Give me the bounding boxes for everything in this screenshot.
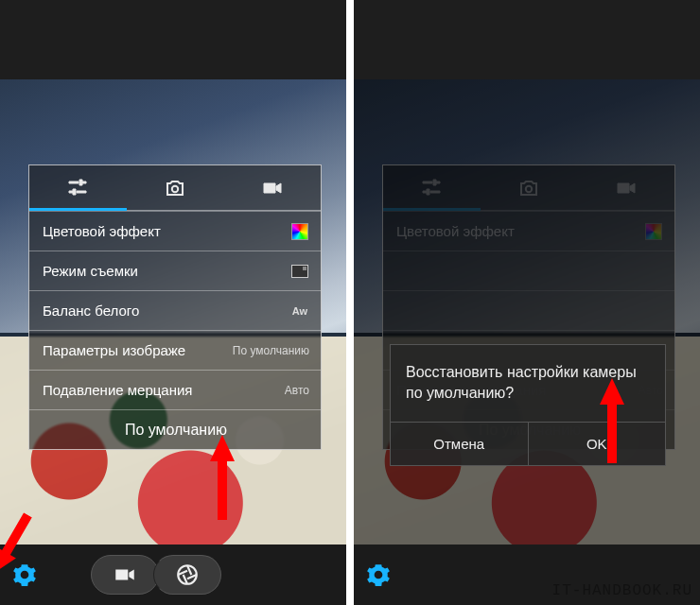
- gear-icon: [12, 562, 37, 587]
- tab-adjust[interactable]: [383, 165, 481, 211]
- settings-row-white-balance[interactable]: Баланс белого Aw: [29, 290, 321, 330]
- settings-row-placeholder: [383, 290, 674, 330]
- status-bar: [0, 0, 346, 79]
- camera-viewfinder: Цветовой эффект Подавление мерцания Авто…: [354, 79, 700, 544]
- svg-point-2: [526, 185, 532, 191]
- sliders-icon: [418, 176, 445, 199]
- camera-icon: [516, 177, 542, 199]
- settings-tabs: [29, 165, 321, 211]
- gear-icon: [366, 562, 391, 587]
- screenshot-right: Цветовой эффект Подавление мерцания Авто…: [354, 0, 700, 605]
- video-mode-button[interactable]: [91, 555, 159, 595]
- row-label: Режим съемки: [43, 263, 138, 279]
- shutter-button[interactable]: [153, 555, 221, 595]
- screenshot-left: Цветовой эффект Режим съемки Баланс бело…: [0, 0, 346, 605]
- settings-row-restore-default[interactable]: По умолчанию: [29, 409, 321, 449]
- watermark: IT-HANDBOOK.RU: [552, 582, 692, 599]
- settings-row-flicker[interactable]: Подавление мерцания Авто: [29, 370, 321, 409]
- row-label: Баланс белого: [43, 302, 139, 319]
- camera-icon: [162, 177, 188, 199]
- capture-mode-icon: [290, 262, 309, 281]
- settings-button[interactable]: [365, 562, 392, 588]
- dialog-message: Восстановить настройки камеры по умолчан…: [391, 345, 665, 422]
- video-icon: [113, 562, 137, 587]
- auto-wb-icon: Aw: [290, 302, 309, 320]
- tab-photo[interactable]: [481, 165, 578, 211]
- camera-bottom-bar: [0, 544, 346, 605]
- tab-photo[interactable]: [127, 165, 224, 211]
- settings-row-capture-mode[interactable]: Режим съемки: [29, 251, 321, 290]
- row-value: Авто: [285, 384, 309, 397]
- tab-adjust[interactable]: [29, 165, 127, 211]
- row-label: Цветовой эффект: [43, 223, 161, 239]
- row-label: По умолчанию: [125, 422, 227, 439]
- aperture-icon: [175, 562, 200, 587]
- row-label: Подавление мерцания: [43, 382, 193, 398]
- settings-tabs: [383, 165, 674, 211]
- video-icon: [613, 177, 639, 199]
- settings-row-color-effect[interactable]: Цветовой эффект: [383, 211, 674, 251]
- confirm-dialog: Восстановить настройки камеры по умолчан…: [390, 344, 666, 466]
- color-effect-icon: [644, 222, 663, 241]
- row-label: Цветовой эффект: [396, 223, 515, 239]
- status-bar: [354, 0, 700, 79]
- row-value: По умолчанию: [233, 344, 309, 357]
- color-effect-icon: [290, 222, 309, 241]
- tab-video[interactable]: [223, 165, 321, 211]
- sliders-icon: [64, 176, 91, 199]
- settings-row-color-effect[interactable]: Цветовой эффект: [29, 211, 321, 251]
- cancel-button[interactable]: Отмена: [391, 423, 528, 465]
- camera-viewfinder: Цветовой эффект Режим съемки Баланс бело…: [0, 79, 346, 544]
- ok-button[interactable]: OK: [528, 423, 666, 465]
- tab-video[interactable]: [577, 165, 674, 211]
- settings-row-image-params[interactable]: Параметры изображе По умолчанию: [29, 330, 321, 370]
- svg-point-1: [178, 565, 197, 584]
- settings-button[interactable]: [11, 562, 38, 588]
- row-label: Параметры изображе: [43, 342, 185, 358]
- camera-settings-panel: Цветовой эффект Режим съемки Баланс бело…: [28, 164, 322, 450]
- settings-row-placeholder: [383, 251, 674, 290]
- video-icon: [259, 177, 286, 199]
- svg-point-0: [172, 185, 178, 191]
